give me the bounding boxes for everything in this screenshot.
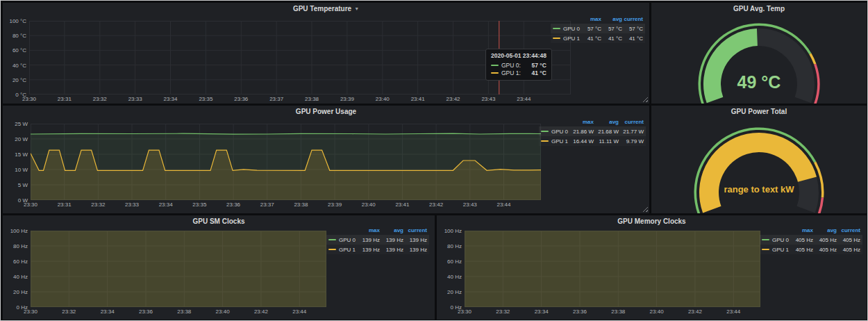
x-tick-label: 23:34 [528, 308, 556, 315]
legend-series-toggle[interactable]: GPU 1 [541, 138, 569, 145]
panel-header-gpu-power-usage[interactable]: GPU Power Usage [3, 106, 649, 117]
x-tick-label: 23:35 [185, 201, 213, 208]
legend-stat-value: 16.44 W [569, 138, 594, 145]
sm-clocks-plot[interactable] [31, 231, 326, 307]
gauge-value: range to text kW [651, 184, 867, 195]
series-color-dash-icon [491, 72, 499, 74]
legend-series-name: GPU 0 [551, 129, 568, 135]
panel-title: GPU SM Clocks [192, 217, 244, 225]
panel-header-gpu-power-total[interactable]: GPU Power Total [651, 106, 867, 117]
tooltip-series-row: GPU 1:41 °C [491, 69, 546, 76]
y-tick-label: 10 W [1, 167, 28, 173]
panel-gpu-temperature: GPU Temperature▼ maxavgcurrentGPU 057 °C… [3, 3, 649, 104]
panel-resize-handle[interactable] [642, 206, 648, 212]
legend-series-row: GPU 021.86 W21.68 W21.77 W [539, 126, 646, 136]
x-tick-label: 23:40 [369, 96, 397, 102]
legend-series-name: GPU 1 [772, 247, 789, 253]
memory-clocks-legend: maxavgcurrentGPU 0405 Hz405 Hz405 HzGPU … [760, 225, 862, 254]
power-usage-plot[interactable] [31, 124, 541, 200]
x-tick-label: 23:31 [51, 96, 78, 102]
legend-series-toggle[interactable]: GPU 0 [762, 237, 790, 243]
x-tick-label: 23:33 [122, 96, 149, 102]
legend-series-row: GPU 0405 Hz405 Hz405 Hz [760, 235, 862, 245]
chart-canvas[interactable] [31, 124, 541, 200]
legend-series-toggle[interactable]: GPU 1 [328, 247, 356, 253]
legend-header-row: maxavgcurrent [760, 225, 862, 235]
x-tick-label: 23:30 [17, 201, 44, 208]
y-tick-label: 100 Hz [435, 228, 462, 234]
panel-resize-handle[interactable] [642, 97, 648, 102]
panel-title: GPU Memory Clocks [617, 217, 685, 225]
legend-series-toggle[interactable]: GPU 1 [762, 247, 790, 253]
y-tick-label: 100 Hz [1, 228, 28, 234]
x-tick-label: 23:38 [287, 201, 315, 208]
legend-series-toggle[interactable]: GPU 0 [328, 237, 356, 243]
x-tick-label: 23:32 [55, 308, 83, 315]
x-tick-label: 23:42 [681, 308, 709, 315]
panel-gpu-power-usage: GPU Power Usage maxavgcurrentGPU 021.86 … [3, 106, 649, 213]
x-tick-label: 23:38 [604, 308, 632, 315]
x-tick-label: 23:44 [285, 308, 313, 315]
legend-stat-header: avg [601, 16, 622, 22]
series-color-dash-icon [328, 239, 336, 240]
legend-stat-value: 139 Hz [380, 237, 403, 243]
legend-series-toggle[interactable]: GPU 0 [541, 129, 569, 135]
panel-header-gpu-avg-temp[interactable]: GPU Avg. Temp [651, 3, 867, 15]
x-tick-label: 23:36 [132, 308, 160, 315]
series-color-dash-icon [762, 249, 769, 250]
x-tick-label: 23:40 [643, 308, 671, 315]
legend-stat-value: 57 °C [622, 26, 643, 32]
tooltip-series-name: GPU 0: [501, 62, 521, 69]
legend-stat-header: max [356, 227, 380, 233]
legend-stat-header: current [622, 16, 643, 22]
y-tick-label: 25 W [1, 121, 28, 127]
legend-series-row: GPU 141 °C41 °C41 °C [551, 33, 645, 43]
panel-header-gpu-temperature[interactable]: GPU Temperature▼ [3, 3, 649, 15]
chevron-down-icon: ▼ [354, 3, 359, 15]
panel-gpu-power-total: GPU Power Total range to text kW [651, 106, 867, 213]
y-tick-label: 80 Hz [1, 243, 28, 249]
legend-stat-value: 41 °C [622, 35, 643, 42]
legend-stat-header: max [569, 119, 594, 125]
x-tick-label: 23:39 [333, 96, 361, 102]
x-tick-label: 23:43 [474, 96, 502, 102]
legend-stat-value: 405 Hz [837, 237, 860, 243]
gauge-value: 49 °C [651, 72, 867, 92]
y-tick-label: 40 Hz [1, 274, 28, 280]
legend-series-name: GPU 0 [772, 237, 789, 243]
legend-stat-header: avg [380, 227, 403, 233]
legend-series-row: GPU 0139 Hz139 Hz139 Hz [326, 235, 429, 245]
x-tick-label: 23:44 [719, 308, 747, 315]
chart-tooltip: 2020-05-01 23:44:48 GPU 0:57 °CGPU 1:41 … [485, 49, 552, 81]
legend-series-toggle[interactable]: GPU 0 [553, 26, 581, 32]
legend-series-toggle[interactable]: GPU 1 [553, 35, 581, 42]
memory-clocks-plot[interactable] [465, 231, 760, 307]
x-tick-label: 23:32 [84, 201, 112, 208]
legend-stat-value: 405 Hz [813, 247, 837, 253]
panel-title: GPU Avg. Temp [733, 5, 785, 13]
x-tick-label: 23:41 [388, 201, 416, 208]
chart-canvas[interactable] [465, 231, 760, 307]
y-tick-label: 60 Hz [1, 258, 28, 265]
series-color-dash-icon [328, 249, 336, 250]
x-tick-label: 23:44 [490, 201, 517, 208]
x-tick-label: 23:30 [15, 96, 43, 102]
temperature-legend: maxavgcurrentGPU 057 °C57 °C57 °CGPU 141… [551, 14, 645, 43]
legend-stat-value: 139 Hz [380, 247, 403, 253]
y-tick-label: 80 Hz [435, 243, 462, 249]
legend-series-row: GPU 1139 Hz139 Hz139 Hz [326, 245, 429, 254]
y-tick-label: 60 Hz [435, 258, 462, 265]
x-tick-label: 23:41 [404, 96, 432, 102]
legend-header-row: maxavgcurrent [551, 14, 645, 24]
x-tick-label: 23:38 [298, 96, 326, 102]
legend-series-name: GPU 1 [563, 35, 580, 42]
chart-canvas[interactable] [31, 231, 326, 307]
legend-series-row: GPU 1405 Hz405 Hz405 Hz [760, 245, 862, 254]
x-tick-label: 23:36 [227, 96, 255, 102]
tooltip-series-name: GPU 1: [501, 69, 521, 76]
legend-stat-value: 139 Hz [403, 237, 427, 243]
x-tick-label: 23:44 [510, 96, 537, 102]
legend-series-name: GPU 0 [339, 237, 356, 243]
x-tick-label: 23:36 [566, 308, 594, 315]
panel-title: GPU Power Usage [296, 108, 356, 115]
